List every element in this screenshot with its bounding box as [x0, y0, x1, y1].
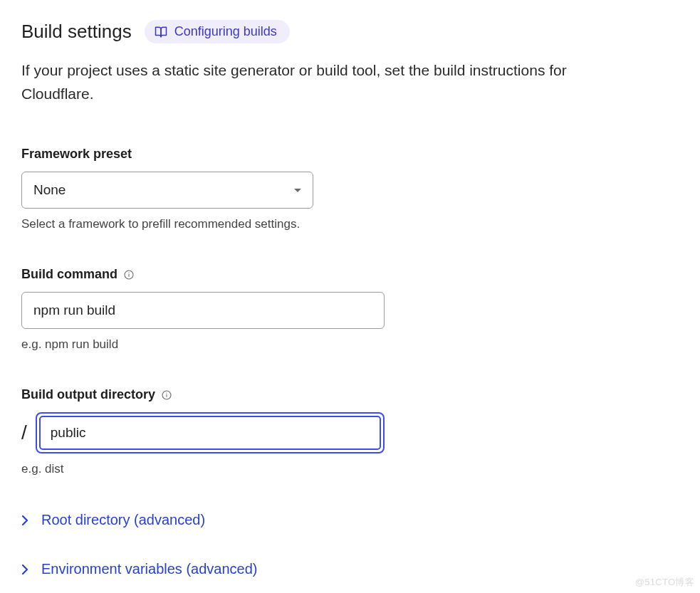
docs-link-text: Configuring builds: [174, 24, 277, 39]
build-command-input[interactable]: [21, 292, 385, 329]
framework-preset-label: Framework preset: [21, 147, 132, 162]
svg-point-2: [128, 272, 129, 273]
output-dir-input[interactable]: [39, 416, 381, 450]
framework-preset-select[interactable]: None: [21, 172, 313, 209]
build-settings-description: If your project uses a static site gener…: [21, 59, 641, 105]
output-dir-helper: e.g. dist: [21, 462, 679, 476]
book-icon: [155, 26, 167, 38]
root-directory-label: Root directory (advanced): [41, 512, 205, 528]
env-variables-toggle[interactable]: Environment variables (advanced): [21, 561, 258, 577]
build-command-label: Build command: [21, 267, 117, 282]
build-settings-title: Build settings: [21, 21, 132, 43]
chevron-right-icon: [21, 564, 28, 575]
env-variables-label: Environment variables (advanced): [41, 561, 258, 577]
configuring-builds-link[interactable]: Configuring builds: [145, 20, 290, 43]
root-directory-toggle[interactable]: Root directory (advanced): [21, 512, 205, 528]
build-command-helper: e.g. npm run build: [21, 337, 679, 352]
info-icon[interactable]: [161, 389, 172, 401]
svg-point-5: [166, 392, 167, 393]
watermark: @51CTO博客: [635, 576, 694, 589]
info-icon[interactable]: [123, 269, 135, 280]
output-dir-label: Build output directory: [21, 387, 155, 402]
chevron-right-icon: [21, 515, 28, 526]
path-prefix: /: [21, 421, 27, 444]
framework-preset-helper: Select a framework to prefill recommende…: [21, 217, 679, 231]
framework-preset-value: None: [33, 182, 66, 198]
